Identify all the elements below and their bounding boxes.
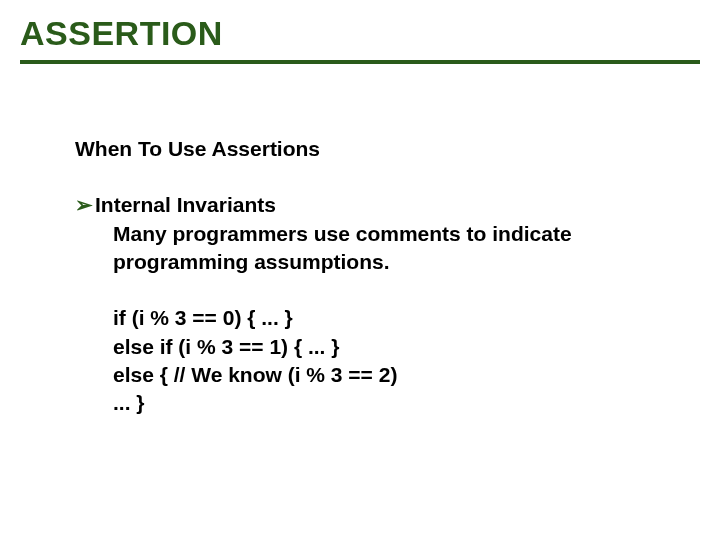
code-line: else if (i % 3 == 1) { ... } <box>113 335 339 358</box>
chevron-right-icon: ➢ <box>75 191 93 219</box>
title-underline <box>20 60 700 64</box>
code-line: if (i % 3 == 0) { ... } <box>113 306 293 329</box>
bullet-item: ➢ Internal Invariants <box>75 191 670 219</box>
section-heading: When To Use Assertions <box>75 135 670 163</box>
code-line: ... } <box>113 391 145 414</box>
bullet-heading: Internal Invariants <box>95 191 670 219</box>
page-title: ASSERTION <box>20 14 223 53</box>
bullet-paragraph: Many programmers use comments to indicat… <box>113 220 670 277</box>
slide-body: When To Use Assertions ➢ Internal Invari… <box>75 135 670 418</box>
slide: ASSERTION When To Use Assertions ➢ Inter… <box>0 0 720 540</box>
code-line: else { // We know (i % 3 == 2) <box>113 363 397 386</box>
code-block: if (i % 3 == 0) { ... } else if (i % 3 =… <box>113 304 670 417</box>
